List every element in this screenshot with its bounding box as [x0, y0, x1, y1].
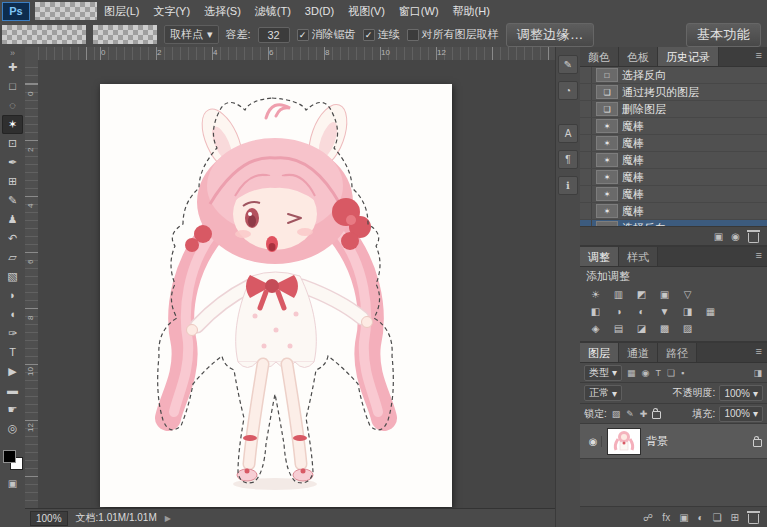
- lock-transparency-icon[interactable]: ▨: [611, 409, 622, 419]
- color-swatches[interactable]: [3, 450, 23, 470]
- ruler-origin-corner[interactable]: [25, 47, 39, 61]
- filter-adjustment-icon[interactable]: ◉: [641, 368, 651, 378]
- brightness-contrast-icon[interactable]: ☀: [584, 286, 607, 303]
- selective-color-icon[interactable]: ▩: [653, 320, 676, 337]
- rectangular-marquee-tool[interactable]: □: [2, 77, 23, 96]
- hue-saturation-icon[interactable]: ◧: [584, 303, 607, 320]
- panel-menu-icon[interactable]: ≡: [751, 47, 767, 66]
- healing-brush-tool[interactable]: ⊞: [2, 172, 23, 191]
- adjustment-layer-icon[interactable]: ◐: [698, 512, 704, 523]
- delete-layer-icon[interactable]: [748, 514, 759, 524]
- history-state[interactable]: ❏删除图层: [580, 101, 767, 118]
- tab-layers[interactable]: 图层: [580, 343, 619, 362]
- color-balance-icon[interactable]: ◑: [607, 303, 630, 320]
- tab-color[interactable]: 颜色: [580, 47, 619, 66]
- tab-adjustments[interactable]: 调整: [580, 247, 619, 266]
- history-state[interactable]: □选择反向: [580, 67, 767, 84]
- tab-paths[interactable]: 路径: [658, 343, 697, 362]
- history-source-well[interactable]: [580, 203, 592, 219]
- dodge-tool[interactable]: ◖: [2, 305, 23, 324]
- panel-menu-icon[interactable]: ≡: [751, 343, 767, 362]
- toolbar-collapse-icon[interactable]: »: [10, 48, 15, 58]
- tolerance-input[interactable]: 32: [258, 27, 290, 43]
- menu-window[interactable]: 窗口(W): [392, 0, 446, 22]
- blur-tool[interactable]: ◗: [2, 286, 23, 305]
- history-source-well[interactable]: [580, 186, 592, 202]
- canvas-artwork[interactable]: [100, 84, 452, 507]
- clone-source-panel-icon[interactable]: ◔: [558, 81, 578, 100]
- tab-channels[interactable]: 通道: [619, 343, 658, 362]
- history-source-well[interactable]: [580, 169, 592, 185]
- path-selection-tool[interactable]: ▶: [2, 362, 23, 381]
- blend-mode-dropdown[interactable]: 正常 ▾: [584, 385, 622, 401]
- brush-tool[interactable]: ✎: [2, 191, 23, 210]
- eraser-tool[interactable]: ▱: [2, 248, 23, 267]
- photo-filter-icon[interactable]: ▼: [653, 303, 676, 320]
- tab-styles[interactable]: 样式: [619, 247, 658, 266]
- tab-history[interactable]: 历史记录: [658, 47, 719, 66]
- lasso-tool[interactable]: ◌: [2, 96, 23, 115]
- menu-help[interactable]: 帮助(H): [446, 0, 497, 22]
- pen-tool[interactable]: ✑: [2, 324, 23, 343]
- history-state[interactable]: ✶魔棒: [580, 186, 767, 203]
- foreground-color-swatch[interactable]: [3, 450, 16, 463]
- exposure-icon[interactable]: ▣: [653, 286, 676, 303]
- history-state[interactable]: ✶魔棒: [580, 203, 767, 220]
- link-layers-icon[interactable]: ☍: [643, 512, 653, 523]
- color-lookup-icon[interactable]: ▦: [699, 303, 722, 320]
- history-state[interactable]: ✶魔棒: [580, 169, 767, 186]
- move-tool[interactable]: ✚: [2, 58, 23, 77]
- hand-tool[interactable]: ☛: [2, 400, 23, 419]
- history-source-well[interactable]: [580, 152, 592, 168]
- lock-pixels-icon[interactable]: ✎: [625, 409, 635, 419]
- panel-menu-icon[interactable]: ≡: [751, 247, 767, 266]
- history-state[interactable]: ❏通过拷贝的图层: [580, 84, 767, 101]
- canvas[interactable]: [100, 84, 452, 507]
- history-source-well[interactable]: [580, 118, 592, 134]
- quick-mask-icon[interactable]: ▣: [8, 478, 17, 489]
- menu-view[interactable]: 视图(V): [341, 0, 392, 22]
- new-document-from-state-icon[interactable]: ▣: [714, 231, 723, 242]
- sample-size-dropdown[interactable]: 取样点 ▾: [164, 25, 219, 44]
- character-panel-icon[interactable]: A: [558, 124, 578, 143]
- sample-all-layers-checkbox[interactable]: 对所有图层取样: [407, 27, 499, 42]
- layer-group-icon[interactable]: ❏: [713, 512, 722, 523]
- type-tool[interactable]: T: [2, 343, 23, 362]
- menu-type[interactable]: 文字(Y): [146, 0, 197, 22]
- history-source-well[interactable]: [580, 101, 592, 117]
- refine-edge-button[interactable]: 调整边缘…: [506, 23, 595, 47]
- levels-icon[interactable]: ▥: [607, 286, 630, 303]
- black-white-icon[interactable]: ◐: [630, 303, 653, 320]
- filter-shape-icon[interactable]: ❏: [666, 368, 676, 378]
- history-source-well[interactable]: [580, 67, 592, 83]
- layer-style-icon[interactable]: fx: [662, 512, 670, 523]
- layer-row-background[interactable]: ◉ 背景: [580, 424, 767, 459]
- channel-mixer-icon[interactable]: ◨: [676, 303, 699, 320]
- magic-wand-tool[interactable]: ✶: [2, 115, 23, 134]
- eyedropper-tool[interactable]: ✒: [2, 153, 23, 172]
- history-state[interactable]: ✶魔棒: [580, 135, 767, 152]
- new-layer-icon[interactable]: ⊞: [731, 512, 739, 523]
- history-state[interactable]: ✶魔棒: [580, 118, 767, 135]
- filter-type-icon[interactable]: T: [654, 368, 662, 378]
- layer-filter-dropdown[interactable]: 类型 ▾: [584, 365, 622, 381]
- menu-layer[interactable]: 图层(L): [97, 0, 146, 22]
- fill-dropdown[interactable]: 100% ▾: [719, 406, 763, 422]
- vibrance-icon[interactable]: ▽: [676, 286, 699, 303]
- history-source-well[interactable]: [580, 84, 592, 100]
- invert-icon[interactable]: ◈: [584, 320, 607, 337]
- zoom-tool[interactable]: ◎: [2, 419, 23, 438]
- paragraph-panel-icon[interactable]: ¶: [558, 150, 578, 169]
- opacity-dropdown[interactable]: 100% ▾: [719, 385, 763, 401]
- lock-all-icon[interactable]: [652, 411, 661, 419]
- contiguous-checkbox[interactable]: ✓ 连续: [363, 27, 400, 42]
- layer-name[interactable]: 背景: [646, 434, 748, 449]
- anti-alias-checkbox[interactable]: ✓ 消除锯齿: [297, 27, 356, 42]
- filter-pixel-icon[interactable]: ▦: [626, 368, 637, 378]
- menu-3d[interactable]: 3D(D): [298, 0, 341, 22]
- zoom-level-field[interactable]: 100%: [30, 511, 68, 526]
- brush-panel-icon[interactable]: ✎: [558, 55, 578, 74]
- vertical-ruler[interactable]: 0 2 4 6 8 10 12: [25, 60, 39, 509]
- filter-toggle-icon[interactable]: ◨: [752, 368, 763, 378]
- filter-smart-object-icon[interactable]: ▪: [680, 368, 685, 378]
